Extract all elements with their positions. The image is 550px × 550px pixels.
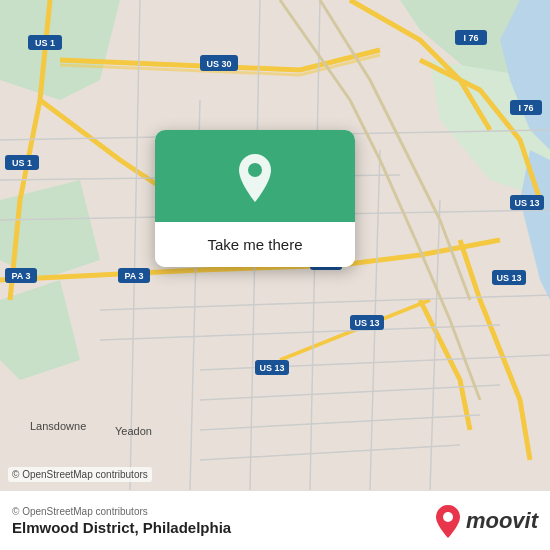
svg-text:PA 3: PA 3: [11, 271, 30, 281]
svg-text:Lansdowne: Lansdowne: [30, 420, 86, 432]
svg-point-50: [443, 512, 453, 522]
map-container: US 30 US 1 US 1 PA 3 PA 3 PA 3 I 76 I 76…: [0, 0, 550, 490]
svg-text:PA 3: PA 3: [124, 271, 143, 281]
bottom-bar: © OpenStreetMap contributors Elmwood Dis…: [0, 490, 550, 550]
svg-text:US 13: US 13: [259, 363, 284, 373]
moovit-pin-icon: [434, 504, 462, 538]
svg-text:I 76: I 76: [518, 103, 533, 113]
svg-text:US 30: US 30: [206, 59, 231, 69]
location-name: Elmwood District, Philadelphia: [12, 519, 231, 536]
take-me-there-button[interactable]: Take me there: [155, 222, 355, 267]
moovit-logo: moovit: [434, 504, 538, 538]
svg-text:US 1: US 1: [35, 38, 55, 48]
svg-point-49: [248, 163, 262, 177]
map-attribution: © OpenStreetMap contributors: [8, 467, 152, 482]
moovit-text: moovit: [466, 508, 538, 534]
svg-text:US 1: US 1: [12, 158, 32, 168]
svg-text:I 76: I 76: [463, 33, 478, 43]
attribution-text: © OpenStreetMap contributors: [12, 506, 231, 517]
popup-card: Take me there: [155, 130, 355, 267]
svg-text:US 13: US 13: [354, 318, 379, 328]
svg-text:Yeadon: Yeadon: [115, 425, 152, 437]
svg-text:US 13: US 13: [496, 273, 521, 283]
bottom-left-section: © OpenStreetMap contributors Elmwood Dis…: [12, 506, 231, 536]
svg-text:US 13: US 13: [514, 198, 539, 208]
popup-top-section: [155, 130, 355, 222]
location-pin-icon: [233, 152, 277, 204]
